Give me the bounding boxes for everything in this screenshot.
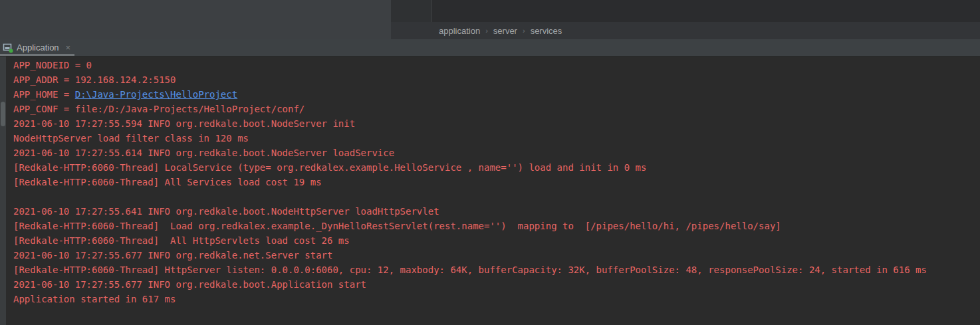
console-output[interactable]: APP_NODEID = 0APP_ADDR = 192.168.124.2:5… (0, 56, 980, 325)
console-log: APP_NODEID = 0APP_ADDR = 192.168.124.2:5… (13, 58, 927, 306)
log-line (13, 189, 927, 204)
console-left-scrollbar[interactable] (0, 56, 6, 325)
log-line: NodeHttpServer load filter class in 120 … (13, 131, 927, 146)
log-text: [Redkale-HTTP:6060-Thread] HttpServer li… (13, 265, 927, 275)
log-line: APP_NODEID = 0 (13, 58, 927, 72)
ide-window: application›server›services Application … (0, 0, 980, 325)
log-text: APP_ADDR = 192.168.124.2:5150 (13, 74, 176, 85)
log-text: APP_NODEID = 0 (13, 60, 92, 70)
breadcrumb-separator-icon: › (523, 27, 525, 35)
editor-divider (431, 0, 431, 22)
breadcrumb-item-server[interactable]: server (493, 26, 517, 36)
log-line: 2021-06-10 17:27:55.677 INFO org.redkale… (13, 248, 927, 263)
editor-gutter-strip (391, 0, 431, 22)
log-line: 2021-06-10 17:27:55.641 INFO org.redkale… (13, 204, 927, 219)
log-text: Application started in 617 ms (13, 294, 176, 304)
log-text: APP_CONF = file:/D:/Java-Projects/HelloP… (13, 104, 305, 114)
log-line: Application started in 617 ms (13, 292, 927, 306)
console-tab-bar: Application × (0, 39, 980, 56)
log-text: [Redkale-HTTP:6060-Thread] All Services … (13, 177, 322, 187)
console-run-icon (3, 43, 13, 53)
log-text: 2021-06-10 17:27:55.677 INFO org.redkale… (13, 250, 332, 261)
log-line: [Redkale-HTTP:6060-Thread] HttpServer li… (13, 263, 927, 277)
log-text: NodeHttpServer load filter class in 120 … (13, 133, 249, 144)
log-line: APP_HOME = D:\Java-Projects\HelloProject (13, 87, 927, 102)
selected-tab-indicator (0, 54, 74, 56)
editor-left-panel (0, 0, 391, 39)
log-line: APP_CONF = file:/D:/Java-Projects/HelloP… (13, 102, 927, 116)
log-text: [Redkale-HTTP:6060-Thread] LocalService … (13, 162, 646, 173)
log-line: [Redkale-HTTP:6060-Thread] Load org.redk… (13, 219, 927, 233)
log-line: 2021-06-10 17:27:55.594 INFO org.redkale… (13, 116, 927, 131)
log-text: [Redkale-HTTP:6060-Thread] All HttpServl… (13, 235, 350, 246)
log-text: 2021-06-10 17:27:55.641 INFO org.redkale… (13, 206, 439, 217)
log-line: 2021-06-10 17:27:55.614 INFO org.redkale… (13, 146, 927, 160)
log-text: 2021-06-10 17:27:55.614 INFO org.redkale… (13, 148, 394, 158)
log-line: [Redkale-HTTP:6060-Thread] All Services … (13, 175, 927, 189)
editor-area (391, 0, 980, 22)
tab-label: Application (17, 43, 59, 53)
log-text: 2021-06-10 17:27:55.594 INFO org.redkale… (13, 118, 355, 129)
log-line: 2021-06-10 17:27:55.677 INFO org.redkale… (13, 277, 927, 292)
log-line: APP_ADDR = 192.168.124.2:5150 (13, 72, 927, 87)
close-icon[interactable]: × (66, 43, 71, 52)
log-text: [Redkale-HTTP:6060-Thread] Load org.redk… (13, 221, 781, 231)
scrollbar-thumb[interactable] (1, 102, 5, 126)
log-text: APP_HOME = (13, 89, 75, 100)
breadcrumb: application›server›services (391, 22, 980, 39)
log-line: [Redkale-HTTP:6060-Thread] LocalService … (13, 160, 927, 175)
breadcrumb-separator-icon: › (485, 27, 488, 35)
breadcrumb-item-application[interactable]: application (439, 26, 480, 36)
log-line: [Redkale-HTTP:6060-Thread] All HttpServl… (13, 233, 927, 248)
breadcrumb-item-services[interactable]: services (531, 26, 562, 36)
file-link[interactable]: D:\Java-Projects\HelloProject (75, 89, 237, 100)
log-text: 2021-06-10 17:27:55.677 INFO org.redkale… (13, 279, 366, 290)
